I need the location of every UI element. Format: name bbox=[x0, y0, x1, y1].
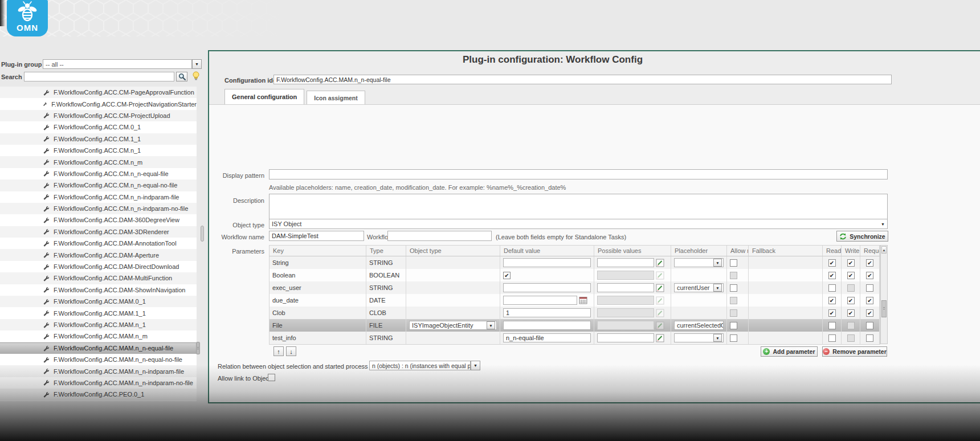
scroll-up-icon[interactable]: ▲ bbox=[881, 246, 887, 254]
list-item[interactable]: F.WorkflowConfig.ACC.MAM.n_m bbox=[0, 330, 197, 342]
checkbox[interactable]: ✔ bbox=[847, 309, 855, 317]
list-item[interactable]: F.WorkflowConfig.ACC.DAM-ShowInNavigatio… bbox=[0, 284, 197, 296]
list-item[interactable]: F.WorkflowConfig.ACC.MAM.n_n-equal-file bbox=[0, 342, 197, 354]
checkbox[interactable]: ✔ bbox=[866, 297, 873, 304]
synchronize-button[interactable]: Synchronize bbox=[836, 231, 888, 242]
list-item[interactable]: F.WorkflowConfig.ACC.MAM.1_1 bbox=[0, 307, 197, 318]
remove-parameter-button[interactable]: − Remove parameter bbox=[822, 346, 887, 357]
list-item[interactable]: F.WorkflowConfig.ACC.CM.1_1 bbox=[0, 133, 197, 145]
list-item[interactable]: F.WorkflowConfig.ACC.CM.n_n-indparam-no-… bbox=[0, 203, 197, 214]
parameter-row[interactable]: StringSTRING▼✔✔✔ bbox=[270, 256, 880, 269]
config-identifier-input[interactable] bbox=[273, 75, 892, 84]
add-parameter-button[interactable]: + Add parameter bbox=[761, 346, 818, 357]
list-item[interactable]: F.WorkflowConfig.ACC.CM-ProjectUpload bbox=[0, 110, 197, 121]
list-item[interactable]: F.WorkflowConfig.ACC.DAM-AnnotationTool bbox=[0, 238, 197, 249]
list-item[interactable]: F.WorkflowConfig.ACC.CM.n_n-indparam-fil… bbox=[0, 191, 197, 203]
parameter-row[interactable]: FileFILEISYImageObjectEntity▼currentSele… bbox=[270, 319, 880, 332]
placeholder-select[interactable]: currentUser▼ bbox=[674, 283, 724, 292]
checkbox[interactable]: ✔ bbox=[503, 272, 511, 279]
list-item[interactable]: F.WorkflowConfig.ACC.PEO.0_1 bbox=[0, 389, 197, 400]
move-down-button[interactable]: ↓ bbox=[286, 346, 296, 356]
checkbox[interactable] bbox=[730, 284, 737, 292]
default-value-input[interactable] bbox=[503, 308, 591, 317]
checkbox[interactable]: ✔ bbox=[847, 272, 855, 279]
checkbox[interactable]: ✔ bbox=[866, 259, 873, 267]
parameter-row[interactable]: ClobCLOB✔✔✔ bbox=[270, 307, 880, 319]
checkbox[interactable]: ✔ bbox=[866, 309, 873, 317]
checkbox[interactable] bbox=[866, 322, 873, 329]
hint-bulb-button[interactable] bbox=[190, 71, 201, 81]
parameter-row[interactable]: due_dateDATE✔✔✔ bbox=[270, 294, 880, 307]
object-type-select[interactable]: ISY Object ▼ bbox=[269, 219, 888, 229]
checkbox[interactable] bbox=[730, 259, 737, 267]
plugin-group-dropdown-button[interactable]: ▼ bbox=[192, 59, 202, 69]
list-item[interactable]: F.WorkflowConfig.ACC.DAM-Aperture bbox=[0, 249, 197, 260]
checkbox[interactable]: ✔ bbox=[847, 259, 855, 267]
workflow-name-input[interactable] bbox=[269, 231, 364, 241]
checkbox[interactable]: ✔ bbox=[828, 259, 836, 267]
chevron-down-icon[interactable]: ▼ bbox=[487, 321, 495, 329]
chevron-down-icon[interactable]: ▼ bbox=[713, 284, 722, 292]
default-value-input[interactable] bbox=[503, 321, 591, 330]
list-item[interactable]: F.WorkflowConfig.ACC.MAM.n_n-indparam-no… bbox=[0, 377, 197, 389]
edit-possible-values-button[interactable] bbox=[656, 334, 664, 342]
checkbox[interactable]: ✔ bbox=[847, 297, 855, 304]
checkbox[interactable] bbox=[730, 322, 737, 329]
default-value-input[interactable] bbox=[503, 296, 577, 305]
list-item[interactable]: F.WorkflowConfig.ACC.CM.n_n-equal-no-fil… bbox=[0, 179, 197, 191]
parameter-row[interactable]: BooleanBOOLEAN✔✔✔✔ bbox=[270, 269, 880, 281]
edit-possible-values-button[interactable] bbox=[656, 284, 664, 292]
list-scrollbar-thumb[interactable] bbox=[196, 342, 200, 354]
plugin-group-select[interactable]: -- all -- bbox=[43, 59, 192, 69]
relation-select[interactable]: n (objects) : n (instances with equal pa… bbox=[369, 361, 471, 370]
edit-possible-values-button[interactable] bbox=[656, 259, 664, 267]
table-scrollbar-thumb[interactable] bbox=[881, 300, 887, 317]
chevron-down-icon[interactable]: ▼ bbox=[713, 334, 722, 342]
checkbox[interactable] bbox=[866, 284, 873, 292]
checkbox[interactable]: ✔ bbox=[828, 297, 836, 304]
list-item[interactable]: F.WorkflowConfig.ACC.CM.0_1 bbox=[0, 121, 197, 133]
parameter-row[interactable]: test_infoSTRING▼ bbox=[270, 332, 880, 344]
possible-values-input[interactable] bbox=[597, 258, 654, 267]
checkbox[interactable]: ✔ bbox=[866, 272, 873, 279]
list-item[interactable]: F.WorkflowConfig.ACC.CM-PageApprovalFunc… bbox=[0, 87, 197, 98]
default-value-input[interactable] bbox=[503, 333, 591, 342]
placeholder-select[interactable]: ▼ bbox=[674, 333, 724, 342]
list-item[interactable]: F.WorkflowConfig.ACC.CM.n_n-equal-file bbox=[0, 168, 197, 179]
tab-general-configuration[interactable]: General configuration bbox=[224, 89, 304, 104]
display-pattern-input[interactable] bbox=[269, 169, 888, 179]
relation-dropdown-button[interactable]: ▼ bbox=[471, 361, 480, 370]
tab-icon-assigment[interactable]: Icon assigment bbox=[307, 91, 365, 104]
checkbox[interactable] bbox=[730, 334, 737, 342]
table-scrollbar[interactable]: ▲ bbox=[880, 245, 888, 344]
checkbox[interactable] bbox=[828, 334, 836, 342]
list-item[interactable]: F.WorkflowConfig.ACC.DAM-MultiFunction bbox=[0, 272, 197, 284]
list-item[interactable]: F.WorkflowConfig.ACC.CM-ProjectNavigatio… bbox=[0, 98, 197, 109]
move-up-button[interactable]: ↑ bbox=[273, 346, 284, 356]
parameter-row[interactable]: exec_userSTRINGcurrentUser▼ bbox=[270, 281, 880, 294]
description-textarea[interactable] bbox=[269, 194, 888, 220]
default-value-input[interactable] bbox=[503, 283, 591, 292]
placeholder-select[interactable]: currentSelectedObject bbox=[674, 321, 724, 330]
possible-values-input[interactable] bbox=[597, 283, 654, 292]
checkbox[interactable]: ✔ bbox=[828, 309, 836, 317]
possible-values-input[interactable] bbox=[597, 333, 654, 342]
search-button[interactable] bbox=[176, 72, 187, 81]
date-picker-button[interactable] bbox=[579, 296, 587, 304]
checkbox[interactable] bbox=[866, 334, 873, 342]
list-item[interactable]: F.WorkflowConfig.ACC.DAM-360DegreeView bbox=[0, 214, 197, 226]
object-type-entity-select[interactable]: ISYImageObjectEntity▼ bbox=[409, 321, 497, 330]
list-item[interactable]: F.WorkflowConfig.ACC.MAM.n_n-equal-no-fi… bbox=[0, 354, 197, 365]
list-item[interactable]: F.WorkflowConfig.ACC.MAM.n_n-indparam-fi… bbox=[0, 365, 197, 377]
list-item[interactable]: F.WorkflowConfig.ACC.MAM.0_1 bbox=[0, 296, 197, 307]
default-value-input[interactable] bbox=[503, 258, 591, 267]
list-item[interactable]: F.WorkflowConfig.ACC.MAM.n_1 bbox=[0, 319, 197, 330]
list-item[interactable]: F.WorkflowConfig.ACC.DAM-3DRenderer bbox=[0, 226, 197, 238]
placeholder-select[interactable]: ▼ bbox=[674, 258, 724, 267]
list-item[interactable]: F.WorkflowConfig.ACC.CM.n_1 bbox=[0, 145, 197, 156]
checkbox[interactable]: ✔ bbox=[828, 272, 836, 279]
chevron-down-icon[interactable]: ▼ bbox=[713, 259, 722, 267]
workflow-id-input[interactable] bbox=[387, 231, 492, 241]
list-item[interactable]: F.WorkflowConfig.ACC.CM.n_m bbox=[0, 156, 197, 168]
panel-splitter-handle[interactable] bbox=[201, 226, 204, 242]
